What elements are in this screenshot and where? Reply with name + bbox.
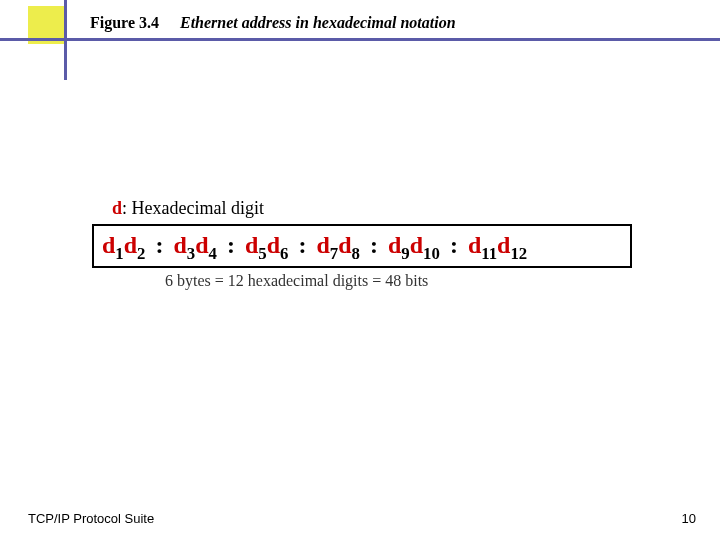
colon-sep: : <box>295 232 311 258</box>
d-glyph: d <box>124 232 137 258</box>
sub-10: 10 <box>423 244 440 263</box>
footer-text: TCP/IP Protocol Suite <box>28 511 154 526</box>
d-glyph: d <box>410 232 423 258</box>
d-glyph: d <box>102 232 115 258</box>
colon-sep: : <box>366 232 382 258</box>
d-glyph: d <box>195 232 208 258</box>
d-glyph: d <box>497 232 510 258</box>
legend-text: : Hexadecimal digit <box>122 198 264 218</box>
sub-7: 7 <box>330 244 338 263</box>
vertical-rule <box>64 0 67 80</box>
sub-3: 3 <box>187 244 195 263</box>
d-glyph: d <box>338 232 351 258</box>
colon-sep: : <box>446 232 462 258</box>
figure-caption: 6 bytes = 12 hexadecimal digits = 48 bit… <box>165 272 428 290</box>
horizontal-rule <box>0 38 720 41</box>
legend-symbol: d <box>112 198 122 218</box>
sub-2: 2 <box>137 244 145 263</box>
figure-title: Ethernet address in hexadecimal notation <box>180 14 456 32</box>
sub-8: 8 <box>352 244 360 263</box>
colon-sep: : <box>152 232 168 258</box>
page-number: 10 <box>682 511 696 526</box>
d-glyph: d <box>468 232 481 258</box>
d-glyph: d <box>388 232 401 258</box>
sub-6: 6 <box>280 244 288 263</box>
figure-label: Figure 3.4 <box>90 14 159 32</box>
sub-5: 5 <box>258 244 266 263</box>
sub-11: 11 <box>481 244 497 263</box>
sub-1: 1 <box>115 244 123 263</box>
legend: d: Hexadecimal digit <box>112 198 264 219</box>
d-glyph: d <box>267 232 280 258</box>
address-format-box: d1d2 : d3d4 : d5d6 : d7d8 : d9d10 : d11d… <box>92 224 632 268</box>
colon-sep: : <box>223 232 239 258</box>
sub-4: 4 <box>209 244 217 263</box>
d-glyph: d <box>317 232 330 258</box>
sub-9: 9 <box>401 244 409 263</box>
sub-12: 12 <box>510 244 527 263</box>
d-glyph: d <box>174 232 187 258</box>
d-glyph: d <box>245 232 258 258</box>
